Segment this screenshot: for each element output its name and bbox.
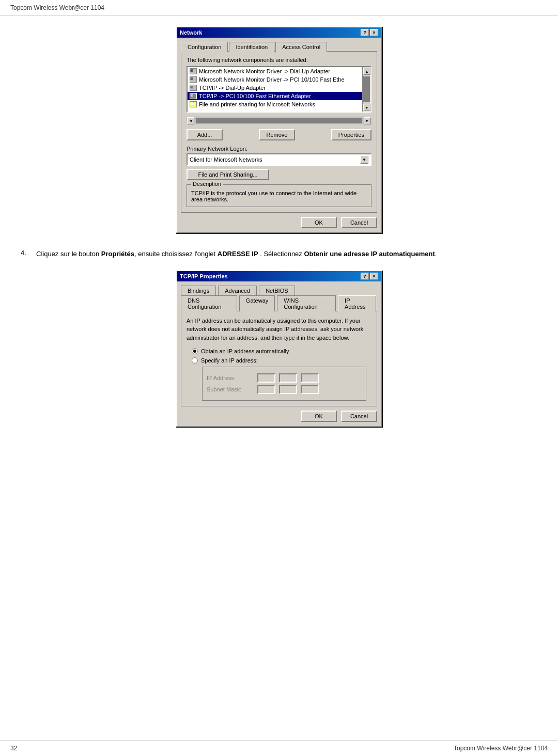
tab-bindings[interactable]: Bindings — [181, 286, 216, 295]
listbox-items: ⊞ Microsoft Network Monitor Driver -> Di… — [188, 67, 362, 112]
radio-auto-indicator — [192, 348, 198, 354]
primary-network-logon-section: Primary Network Logon: Client for Micros… — [187, 146, 371, 166]
primary-logon-dropdown[interactable]: Client for Microsoft Networks ▼ — [187, 153, 371, 166]
tab-access-control[interactable]: Access Control — [275, 42, 327, 52]
titlebar-buttons: ? × — [361, 29, 378, 36]
vertical-scrollbar[interactable]: ▲ ▼ — [362, 67, 370, 112]
instruction-number: 4. — [21, 249, 31, 260]
radio-option-specify[interactable]: Specify an IP address: — [192, 357, 366, 364]
list-item-text: Microsoft Network Monitor Driver -> PCI … — [199, 76, 345, 83]
list-item[interactable]: ⊞ Microsoft Network Monitor Driver -> Di… — [188, 67, 362, 75]
properties-button[interactable]: Properties — [331, 129, 371, 140]
ip-octet2[interactable] — [279, 373, 297, 383]
dropdown-arrow[interactable]: ▼ — [360, 155, 368, 164]
tcpip-tabs-row2: DNS Configuration Gateway WINS Configura… — [181, 295, 377, 311]
footer-title: Topcom Wireless Webr@cer 1104 — [454, 745, 548, 752]
remove-button[interactable]: Remove — [259, 129, 295, 140]
ip-octet3[interactable] — [301, 373, 319, 383]
list-item[interactable]: 📄 File and printer sharing for Microsoft… — [188, 100, 362, 108]
ip-address-input-group: . . — [257, 373, 319, 383]
tcpip-dialog-buttons: OK Cancel — [181, 411, 377, 422]
primary-logon-value: Client for Microsoft Networks — [190, 156, 262, 163]
scroll-right-button[interactable]: ► — [364, 117, 371, 124]
tcpip-titlebar-buttons: ? × — [361, 273, 378, 280]
tcpip-cancel-button[interactable]: Cancel — [341, 411, 377, 422]
description-label: Description — [191, 181, 223, 187]
network-icon: ⊞ — [190, 68, 197, 74]
tab-advanced[interactable]: Advanced — [218, 286, 257, 295]
tab-configuration[interactable]: Configuration — [181, 42, 228, 52]
subnet-octet2[interactable] — [279, 385, 297, 394]
tab-netbios[interactable]: NetBIOS — [259, 286, 295, 295]
list-item-text: TCP/IP -> Dial-Up Adapter — [199, 85, 266, 91]
ip-options: Obtain an IP address automatically Speci… — [187, 348, 371, 401]
ok-button[interactable]: OK — [301, 217, 337, 228]
network-dialog: Network ? × Configuration Identification — [176, 26, 382, 233]
network-dialog-title: Network — [180, 29, 202, 36]
horizontal-scrollbar[interactable]: ◄ ► — [187, 117, 371, 124]
list-item[interactable]: ⊞ Microsoft Network Monitor Driver -> PC… — [188, 75, 362, 84]
radio-option-auto[interactable]: Obtain an IP address automatically — [192, 348, 366, 354]
page-header: Topcom Wireless Webr@cer 1104 — [0, 0, 558, 16]
list-item-text: Microsoft Network Monitor Driver -> Dial… — [199, 68, 330, 74]
tab-wins-configuration[interactable]: WINS Configuration — [277, 295, 336, 311]
subnet-mask-row: Subnet Mask: . . — [207, 385, 362, 394]
header-title: Topcom Wireless Webr@cer 1104 — [10, 4, 104, 11]
subnet-octet1[interactable] — [257, 385, 275, 394]
ip-address-row: IP Address: . . — [207, 373, 362, 383]
ip-address-label: IP Address: — [207, 375, 253, 381]
add-button[interactable]: Add... — [187, 129, 223, 140]
tcpip-dialog-titlebar: TCP/IP Properties ? × — [177, 271, 381, 281]
tab-dns-configuration[interactable]: DNS Configuration — [181, 295, 237, 311]
horiz-scroll-thumb[interactable] — [196, 118, 362, 123]
instruction-text: Cliquez sur le bouton Propriétés, ensuit… — [36, 249, 437, 260]
tcpip-dialog-body: Bindings Advanced NetBIOS DNS Configurat… — [177, 281, 381, 427]
scroll-down-button[interactable]: ▼ — [363, 104, 370, 111]
subnet-octet3[interactable] — [301, 385, 319, 394]
description-text: TCP/IP is the protocol you use to connec… — [191, 190, 367, 202]
dialog-buttons: OK Cancel — [181, 217, 377, 228]
tcpip-help-button[interactable]: ? — [361, 273, 369, 280]
ip-fields-group: IP Address: . . Subnet Mask — [202, 367, 366, 401]
action-buttons: Add... Remove Properties — [187, 129, 371, 140]
list-item-text: TCP/IP -> PCI 10/100 Fast Ethernet Adapt… — [199, 93, 311, 99]
file-print-sharing-section: File and Print Sharing... — [187, 169, 371, 180]
network-icon: ⊞ — [190, 85, 197, 91]
scroll-left-button[interactable]: ◄ — [187, 117, 194, 124]
network-dialog-body: Configuration Identification Access Cont… — [177, 38, 381, 232]
primary-logon-label: Primary Network Logon: — [187, 146, 371, 152]
list-label: The following network components are ins… — [187, 57, 371, 63]
help-button[interactable]: ? — [361, 29, 369, 36]
subnet-mask-input-group: . . — [257, 385, 319, 394]
tcpip-close-button[interactable]: × — [370, 273, 378, 280]
page-footer: 32 Topcom Wireless Webr@cer 1104 — [0, 740, 558, 756]
cancel-button[interactable]: Cancel — [341, 217, 377, 228]
tcpip-tab-content: An IP address can be automatically assig… — [181, 311, 377, 407]
file-icon: 📄 — [190, 101, 197, 107]
tcpip-dialog-title: TCP/IP Properties — [180, 273, 228, 279]
tab-ip-address[interactable]: IP Address — [338, 295, 376, 312]
radio-specify-indicator — [192, 357, 198, 364]
tab-gateway[interactable]: Gateway — [239, 295, 275, 311]
subnet-mask-label: Subnet Mask: — [207, 386, 253, 392]
close-button[interactable]: × — [370, 29, 378, 36]
network-listbox: ⊞ Microsoft Network Monitor Driver -> Di… — [187, 66, 371, 113]
file-print-sharing-button[interactable]: File and Print Sharing... — [187, 169, 269, 180]
tcpip-description: An IP address can be automatically assig… — [187, 317, 371, 342]
radio-specify-label: Specify an IP address: — [201, 357, 258, 364]
ip-octet1[interactable] — [257, 373, 275, 383]
scroll-up-button[interactable]: ▲ — [363, 68, 370, 75]
scroll-thumb[interactable] — [363, 76, 370, 102]
list-item-text: File and printer sharing for Microsoft N… — [199, 101, 315, 107]
tab-identification[interactable]: Identification — [229, 42, 274, 52]
list-item[interactable]: ⊞ TCP/IP -> Dial-Up Adapter — [188, 84, 362, 92]
network-icon: ⊞ — [190, 93, 197, 99]
page-number: 32 — [10, 745, 17, 752]
instruction-item: 4. Cliquez sur le bouton Propriétés, ens… — [21, 249, 537, 260]
network-tab-content: The following network components are ins… — [181, 51, 377, 213]
network-icon: ⊞ — [190, 76, 197, 83]
radio-auto-label: Obtain an IP address automatically — [201, 348, 289, 354]
tcpip-ok-button[interactable]: OK — [301, 411, 337, 422]
list-item-selected[interactable]: ⊞ TCP/IP -> PCI 10/100 Fast Ethernet Ada… — [188, 92, 362, 100]
description-section: Description TCP/IP is the protocol you u… — [187, 184, 371, 207]
